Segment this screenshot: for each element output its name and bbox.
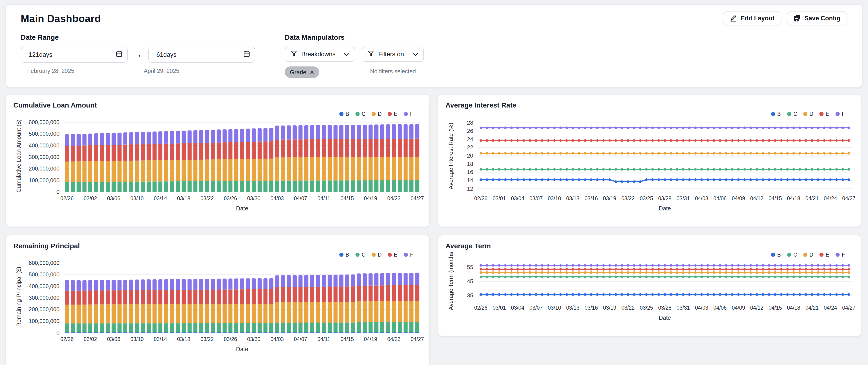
- svg-text:C: C: [362, 252, 366, 258]
- svg-text:04/19: 04/19: [364, 336, 377, 342]
- calendar-icon[interactable]: [116, 50, 123, 59]
- filters-on-dropdown[interactable]: Filters on: [362, 47, 424, 62]
- svg-text:C: C: [793, 252, 797, 258]
- svg-text:20: 20: [467, 152, 473, 159]
- svg-text:04/06: 04/06: [713, 305, 727, 311]
- svg-text:04/03: 04/03: [271, 195, 284, 201]
- svg-text:04/03: 04/03: [695, 305, 708, 311]
- svg-text:300,000,000: 300,000,000: [29, 154, 59, 160]
- legend-item-C[interactable]: C: [355, 111, 366, 117]
- svg-text:04/15: 04/15: [769, 305, 782, 311]
- legend-item-C[interactable]: C: [355, 252, 366, 258]
- svg-text:200,000,000: 200,000,000: [29, 165, 59, 172]
- svg-text:03/22: 03/22: [200, 336, 214, 342]
- legend-item-E[interactable]: E: [388, 111, 397, 117]
- svg-text:600,000,000: 600,000,000: [29, 260, 59, 266]
- svg-text:600,000,000: 600,000,000: [29, 119, 59, 125]
- svg-text:55: 55: [467, 264, 473, 270]
- date-range-start-input[interactable]: -121days: [21, 47, 128, 63]
- svg-text:02/26: 02/26: [474, 195, 488, 201]
- legend-item-B[interactable]: B: [339, 111, 349, 117]
- svg-text:03/13: 03/13: [566, 195, 580, 201]
- svg-text:F: F: [410, 252, 413, 258]
- legend-item-C[interactable]: C: [787, 252, 797, 258]
- svg-text:03/18: 03/18: [177, 336, 190, 342]
- svg-text:02/26: 02/26: [474, 305, 488, 311]
- legend-item-B[interactable]: B: [771, 111, 781, 117]
- svg-text:03/16: 03/16: [585, 305, 598, 311]
- average-term-chart[interactable]: 354555Average Term (months02/2603/0103/0…: [444, 250, 855, 326]
- legend-item-B[interactable]: B: [771, 252, 781, 258]
- legend-item-E[interactable]: E: [819, 111, 829, 117]
- legend-item-D[interactable]: D: [803, 252, 813, 258]
- svg-text:Cumulative Loan Amount ($): Cumulative Loan Amount ($): [16, 119, 22, 193]
- save-config-button[interactable]: Save Config: [787, 11, 847, 25]
- svg-text:04/12: 04/12: [750, 305, 764, 311]
- svg-text:16: 16: [467, 169, 473, 175]
- svg-text:04/07: 04/07: [294, 195, 307, 201]
- svg-text:26: 26: [467, 128, 473, 134]
- svg-text:04/21: 04/21: [805, 195, 819, 201]
- svg-text:03/19: 03/19: [603, 195, 616, 201]
- svg-text:04/09: 04/09: [732, 305, 745, 311]
- svg-text:04/18: 04/18: [787, 195, 800, 201]
- calendar-icon[interactable]: [243, 50, 250, 59]
- svg-text:03/30: 03/30: [247, 336, 260, 342]
- legend-item-F[interactable]: F: [836, 111, 845, 117]
- svg-text:03/13: 03/13: [566, 305, 580, 311]
- svg-text:04/23: 04/23: [387, 195, 401, 201]
- svg-text:03/30: 03/30: [247, 195, 260, 201]
- svg-text:Average Interest Rate (%): Average Interest Rate (%): [447, 123, 454, 190]
- svg-text:03/06: 03/06: [107, 336, 121, 342]
- svg-text:E: E: [826, 252, 829, 258]
- svg-text:03/28: 03/28: [658, 305, 672, 311]
- svg-text:04/03: 04/03: [695, 195, 708, 201]
- chart-title: Cumulative Loan Amount: [13, 101, 423, 109]
- legend-item-D[interactable]: D: [372, 111, 382, 117]
- legend-item-E[interactable]: E: [819, 252, 829, 258]
- legend-item-F[interactable]: F: [836, 252, 845, 258]
- svg-text:03/02: 03/02: [84, 195, 97, 201]
- legend-item-B[interactable]: B: [339, 252, 349, 258]
- svg-text:04/12: 04/12: [750, 195, 764, 201]
- average-interest-rate-chart[interactable]: 121416182022242628Average Interest Rate …: [444, 109, 855, 217]
- legend-item-F[interactable]: F: [404, 252, 413, 258]
- date-range-end-value: -61days: [154, 51, 177, 58]
- svg-text:B: B: [777, 252, 781, 258]
- svg-text:02/26: 02/26: [60, 336, 74, 342]
- filters-status-text: No filters selected: [370, 68, 416, 78]
- svg-text:C: C: [362, 111, 366, 117]
- svg-text:03/10: 03/10: [130, 336, 144, 342]
- svg-text:E: E: [394, 252, 397, 258]
- svg-text:03/18: 03/18: [177, 195, 190, 201]
- svg-text:03/10: 03/10: [548, 195, 561, 201]
- legend-item-D[interactable]: D: [803, 111, 813, 117]
- svg-text:0: 0: [56, 189, 59, 195]
- edit-layout-label: Edit Layout: [741, 15, 774, 22]
- legend-item-D[interactable]: D: [372, 252, 382, 258]
- svg-text:03/22: 03/22: [200, 195, 214, 201]
- svg-text:18: 18: [467, 161, 473, 167]
- legend-item-E[interactable]: E: [388, 252, 397, 258]
- svg-text:0: 0: [56, 330, 59, 336]
- svg-text:35: 35: [467, 292, 473, 299]
- chart-title: Average Interest Rate: [445, 101, 855, 109]
- filters-on-label: Filters on: [378, 51, 404, 58]
- remaining-principal-chart[interactable]: 0100,000,000200,000,000300,000,000400,00…: [12, 250, 423, 358]
- funnel-icon: [291, 50, 297, 58]
- svg-text:200,000,000: 200,000,000: [29, 306, 59, 312]
- cumulative-loan-amount-chart[interactable]: 0100,000,000200,000,000300,000,000400,00…: [12, 109, 423, 217]
- breakdowns-dropdown[interactable]: Breakdowns: [285, 47, 355, 62]
- svg-text:04/23: 04/23: [387, 336, 401, 342]
- legend-item-F[interactable]: F: [404, 111, 413, 117]
- date-range-end-hint: April 29, 2025: [144, 68, 179, 74]
- close-icon[interactable]: ✕: [310, 69, 314, 76]
- edit-layout-button[interactable]: Edit Layout: [723, 11, 781, 25]
- svg-text:04/07: 04/07: [294, 336, 307, 342]
- svg-text:04/15: 04/15: [340, 336, 354, 342]
- breakdown-chip-grade[interactable]: Grade ✕: [285, 66, 319, 78]
- date-range-end-input[interactable]: -61days: [148, 47, 255, 63]
- legend-item-C[interactable]: C: [787, 111, 797, 117]
- svg-text:C: C: [793, 111, 797, 117]
- svg-text:24: 24: [467, 136, 473, 142]
